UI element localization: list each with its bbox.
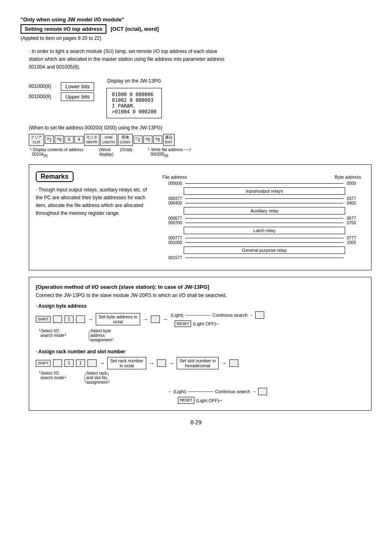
file-000677: 000677: [162, 216, 182, 221]
lower-bit-row: 001000(8) Lower bits: [29, 82, 94, 91]
remarks-left: Remarks · Though input output relays, au…: [36, 171, 151, 263]
key-ent: 書込ENT: [163, 134, 175, 146]
key-1-1: 1: [65, 315, 74, 323]
arrow-end-2: →: [252, 389, 256, 394]
mem-row-400: 000400 0400: [162, 201, 361, 205]
mem-row-700: 000700 0700: [162, 221, 361, 225]
branch-right-1: (Light) ──────── Continous search → RESE…: [171, 311, 264, 327]
applied-text: (Applied to item on pages 8·20 to 22): [21, 35, 371, 41]
byte-0700: 0700: [347, 221, 361, 225]
key-blank-3: [53, 359, 62, 367]
light-paren-2: (Light): [173, 389, 186, 394]
page-number: 8·29: [21, 419, 371, 426]
key-sequence-area: クリアCLR B1 A0 0 4 モニタMNTR octalLNGTH 変換CO…: [29, 134, 371, 158]
key-annotations-row: └ Display contents of address 00104(8) ·…: [29, 147, 371, 158]
mem-row-1000: 001000 1000: [162, 240, 361, 245]
assign-rack-flow: SHIFT 1 1 → Set rack numberin octal → → …: [36, 357, 364, 369]
mem-row-677: 000677 0677: [162, 216, 361, 221]
io-block: Input/output relays: [184, 187, 345, 195]
rack-branch-flow: → (Light) ──────── Continous search → RE…: [167, 388, 364, 404]
mem-header: File address Byte address: [162, 175, 361, 180]
arrow-end-1: →: [249, 313, 254, 318]
key-blank-1: [53, 315, 62, 323]
arrow-2: →: [143, 316, 148, 322]
continous-label-2: Continous search: [215, 389, 251, 394]
arrow-to-light: →: [167, 389, 172, 394]
file-000377: 000377: [162, 196, 182, 201]
mem-table: 000000 0000 Input/output relays 000: [162, 181, 361, 260]
rack-annotations: └Select I/O search mode┘ ┌Select rack┐│a…: [38, 371, 364, 385]
jw-display: 01000 0 000006 01002 0 000003 I PARAM. >…: [106, 88, 161, 118]
light-row-1: (Light) ──────── Continous search →: [171, 311, 264, 319]
select-io-rack-bracket: └Select I/O search mode┘: [38, 371, 67, 385]
mid-box-rack: [157, 359, 166, 367]
assign-byte-flow: SHIFT 1 → Set byte address inoctal → → (…: [36, 311, 364, 327]
key-a0: A0: [55, 136, 64, 144]
section-body: · In order to light a search module (SU)…: [29, 48, 371, 411]
byte-0400: 0400: [347, 201, 361, 205]
reset-row-1: RESET (Light OFF)─: [175, 320, 264, 327]
assign-byte-title: · Assign byte address: [36, 303, 364, 309]
file-000400: 000400: [162, 201, 182, 205]
mem-row-0: 000000 0000: [162, 181, 361, 186]
arrow-rack-4: →: [221, 360, 227, 366]
when-text: (When to set file address 000200( 0200) …: [29, 125, 371, 131]
key-mntr: モニタMNTR: [84, 134, 99, 146]
key-0: 0: [65, 136, 74, 143]
end-box-rack: [229, 359, 238, 367]
oct-label: [OCT (octal), word]: [111, 26, 159, 32]
op-desc: Connect the JW-13PG to the slave module …: [36, 292, 364, 298]
arrow-rack-2: →: [149, 360, 154, 366]
rack-reset-row: RESET (Light OFF)─: [178, 397, 364, 404]
word-annotation: ·(Word display): [98, 147, 113, 157]
byte-1000: 1000: [347, 240, 361, 245]
continous-label-1: Continous search: [212, 313, 248, 318]
spacer677: [185, 218, 344, 219]
file-000700: 000700: [162, 221, 182, 225]
key-c2: C2: [134, 136, 143, 144]
spacer400: [185, 203, 344, 203]
end-box-2: [258, 388, 267, 395]
key-1-2: 1: [65, 359, 74, 367]
aux-block: Auxiliary relay: [184, 207, 345, 214]
bit-labels: 001000(8) Lower bits 001000(8) Upper bit…: [29, 82, 94, 101]
lower-box: Lower bits: [61, 82, 94, 91]
set-byte-box: Set byte address inoctal: [96, 313, 140, 325]
assign-byte-section: · Assign byte address SHIFT 1 → Set byte…: [36, 303, 364, 343]
mem-row-io: Input/output relays: [162, 187, 361, 195]
remarks-box: Remarks · Though input output relays, au…: [29, 164, 371, 270]
mem-row-aux: Auxiliary relay: [162, 207, 361, 214]
assign-rack-title: · Assign rack number and slot number: [36, 349, 364, 355]
header-row: Setting remote I/O top address [OCT (oct…: [21, 24, 371, 34]
byte-0377: 0377: [347, 196, 361, 201]
key-blank-2: [76, 315, 85, 323]
key-shift-1: SHIFT: [36, 316, 51, 323]
byte-0677: 0677: [347, 216, 361, 221]
end-box-1: [255, 311, 264, 319]
key-sequence-row: クリアCLR B1 A0 0 4 モニタMNTR octalLNGTH 変換CO…: [29, 134, 371, 146]
upper-addr: 001000(8): [29, 94, 58, 99]
file-000000: 000000: [162, 181, 182, 186]
key-1-3: 1: [76, 359, 85, 367]
byte-0777: 0777: [347, 236, 361, 240]
file-addr-label: File address: [162, 175, 187, 180]
light-paren-1: (Light): [171, 313, 183, 318]
mem-row-1577: 001577: [162, 256, 361, 260]
latch-block: Latch relay: [184, 227, 345, 234]
key-a02: A0: [143, 136, 152, 144]
jw-display-title: Display on the JW-13PG: [106, 78, 161, 84]
rack-light-row: → (Light) ──────── Continous search →: [167, 388, 364, 395]
mem-row-latch: Latch relay: [162, 227, 361, 234]
octal-annotation: (Octal): [120, 147, 132, 152]
setting-label-box: Setting remote I/O top address: [21, 24, 106, 34]
upper-bit-row: 001000(8) Upper bits: [29, 92, 94, 101]
upper-box: Upper bits: [61, 92, 94, 101]
write-annotation: └ Write file address ──/ 000200(8): [147, 147, 191, 158]
long-arrow-1: ────────: [185, 313, 210, 318]
remarks-title: Remarks: [36, 171, 74, 182]
set-rack-box: Set rack numberin octal: [107, 357, 146, 369]
spacer1000: [185, 242, 344, 243]
arrow-1: →: [88, 316, 93, 322]
select-rack-bracket: ┌Select rack┐│and slot No.└assignment┘: [83, 371, 110, 385]
key-conv: 変換CONV: [118, 134, 133, 146]
